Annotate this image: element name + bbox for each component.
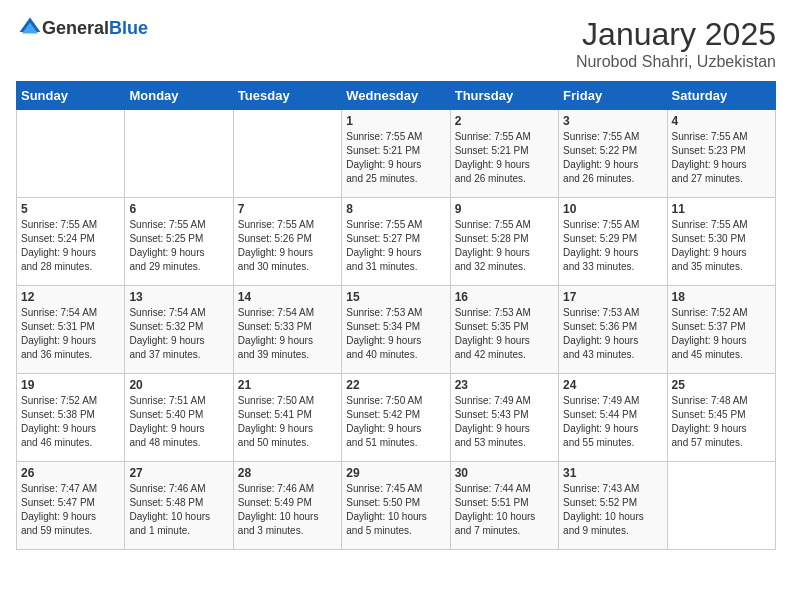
day-number: 19 (21, 378, 120, 392)
day-info: Sunrise: 7:55 AM Sunset: 5:21 PM Dayligh… (455, 130, 554, 186)
calendar-cell: 13Sunrise: 7:54 AM Sunset: 5:32 PM Dayli… (125, 286, 233, 374)
day-info: Sunrise: 7:55 AM Sunset: 5:25 PM Dayligh… (129, 218, 228, 274)
day-info: Sunrise: 7:54 AM Sunset: 5:33 PM Dayligh… (238, 306, 337, 362)
day-info: Sunrise: 7:55 AM Sunset: 5:29 PM Dayligh… (563, 218, 662, 274)
calendar-cell: 18Sunrise: 7:52 AM Sunset: 5:37 PM Dayli… (667, 286, 775, 374)
week-row-2: 12Sunrise: 7:54 AM Sunset: 5:31 PM Dayli… (17, 286, 776, 374)
day-info: Sunrise: 7:50 AM Sunset: 5:41 PM Dayligh… (238, 394, 337, 450)
header-sunday: Sunday (17, 82, 125, 110)
day-number: 28 (238, 466, 337, 480)
calendar-cell: 1Sunrise: 7:55 AM Sunset: 5:21 PM Daylig… (342, 110, 450, 198)
calendar-title: January 2025 (576, 16, 776, 53)
calendar-cell: 12Sunrise: 7:54 AM Sunset: 5:31 PM Dayli… (17, 286, 125, 374)
day-info: Sunrise: 7:55 AM Sunset: 5:27 PM Dayligh… (346, 218, 445, 274)
day-number: 13 (129, 290, 228, 304)
day-number: 16 (455, 290, 554, 304)
week-row-0: 1Sunrise: 7:55 AM Sunset: 5:21 PM Daylig… (17, 110, 776, 198)
day-info: Sunrise: 7:53 AM Sunset: 5:36 PM Dayligh… (563, 306, 662, 362)
calendar-cell: 10Sunrise: 7:55 AM Sunset: 5:29 PM Dayli… (559, 198, 667, 286)
calendar-subtitle: Nurobod Shahri, Uzbekistan (576, 53, 776, 71)
day-number: 14 (238, 290, 337, 304)
day-info: Sunrise: 7:43 AM Sunset: 5:52 PM Dayligh… (563, 482, 662, 538)
calendar-cell: 11Sunrise: 7:55 AM Sunset: 5:30 PM Dayli… (667, 198, 775, 286)
day-info: Sunrise: 7:47 AM Sunset: 5:47 PM Dayligh… (21, 482, 120, 538)
header-friday: Friday (559, 82, 667, 110)
day-number: 9 (455, 202, 554, 216)
calendar-cell: 19Sunrise: 7:52 AM Sunset: 5:38 PM Dayli… (17, 374, 125, 462)
day-number: 1 (346, 114, 445, 128)
calendar-cell: 21Sunrise: 7:50 AM Sunset: 5:41 PM Dayli… (233, 374, 341, 462)
day-info: Sunrise: 7:55 AM Sunset: 5:24 PM Dayligh… (21, 218, 120, 274)
calendar-cell: 27Sunrise: 7:46 AM Sunset: 5:48 PM Dayli… (125, 462, 233, 550)
day-number: 10 (563, 202, 662, 216)
calendar-cell: 14Sunrise: 7:54 AM Sunset: 5:33 PM Dayli… (233, 286, 341, 374)
day-info: Sunrise: 7:44 AM Sunset: 5:51 PM Dayligh… (455, 482, 554, 538)
day-info: Sunrise: 7:55 AM Sunset: 5:23 PM Dayligh… (672, 130, 771, 186)
day-number: 17 (563, 290, 662, 304)
day-number: 15 (346, 290, 445, 304)
day-info: Sunrise: 7:55 AM Sunset: 5:26 PM Dayligh… (238, 218, 337, 274)
header-tuesday: Tuesday (233, 82, 341, 110)
calendar-cell: 31Sunrise: 7:43 AM Sunset: 5:52 PM Dayli… (559, 462, 667, 550)
day-info: Sunrise: 7:55 AM Sunset: 5:22 PM Dayligh… (563, 130, 662, 186)
day-number: 29 (346, 466, 445, 480)
logo-text-blue: Blue (109, 18, 148, 38)
day-number: 8 (346, 202, 445, 216)
day-info: Sunrise: 7:54 AM Sunset: 5:31 PM Dayligh… (21, 306, 120, 362)
header-thursday: Thursday (450, 82, 558, 110)
calendar-cell: 2Sunrise: 7:55 AM Sunset: 5:21 PM Daylig… (450, 110, 558, 198)
title-block: January 2025 Nurobod Shahri, Uzbekistan (576, 16, 776, 71)
day-info: Sunrise: 7:46 AM Sunset: 5:48 PM Dayligh… (129, 482, 228, 538)
calendar-cell: 5Sunrise: 7:55 AM Sunset: 5:24 PM Daylig… (17, 198, 125, 286)
day-info: Sunrise: 7:50 AM Sunset: 5:42 PM Dayligh… (346, 394, 445, 450)
day-number: 11 (672, 202, 771, 216)
header-monday: Monday (125, 82, 233, 110)
calendar-cell (125, 110, 233, 198)
calendar-cell (17, 110, 125, 198)
calendar-cell: 28Sunrise: 7:46 AM Sunset: 5:49 PM Dayli… (233, 462, 341, 550)
day-number: 25 (672, 378, 771, 392)
logo-icon (18, 16, 42, 40)
day-number: 30 (455, 466, 554, 480)
day-info: Sunrise: 7:52 AM Sunset: 5:38 PM Dayligh… (21, 394, 120, 450)
day-info: Sunrise: 7:49 AM Sunset: 5:43 PM Dayligh… (455, 394, 554, 450)
day-info: Sunrise: 7:45 AM Sunset: 5:50 PM Dayligh… (346, 482, 445, 538)
day-number: 7 (238, 202, 337, 216)
day-number: 26 (21, 466, 120, 480)
day-info: Sunrise: 7:49 AM Sunset: 5:44 PM Dayligh… (563, 394, 662, 450)
day-info: Sunrise: 7:55 AM Sunset: 5:28 PM Dayligh… (455, 218, 554, 274)
day-info: Sunrise: 7:52 AM Sunset: 5:37 PM Dayligh… (672, 306, 771, 362)
calendar-cell: 17Sunrise: 7:53 AM Sunset: 5:36 PM Dayli… (559, 286, 667, 374)
day-number: 27 (129, 466, 228, 480)
day-number: 3 (563, 114, 662, 128)
day-info: Sunrise: 7:48 AM Sunset: 5:45 PM Dayligh… (672, 394, 771, 450)
day-number: 31 (563, 466, 662, 480)
calendar-cell: 20Sunrise: 7:51 AM Sunset: 5:40 PM Dayli… (125, 374, 233, 462)
calendar-cell: 4Sunrise: 7:55 AM Sunset: 5:23 PM Daylig… (667, 110, 775, 198)
day-number: 20 (129, 378, 228, 392)
calendar-cell: 29Sunrise: 7:45 AM Sunset: 5:50 PM Dayli… (342, 462, 450, 550)
week-row-1: 5Sunrise: 7:55 AM Sunset: 5:24 PM Daylig… (17, 198, 776, 286)
calendar-cell (233, 110, 341, 198)
day-info: Sunrise: 7:55 AM Sunset: 5:30 PM Dayligh… (672, 218, 771, 274)
week-row-4: 26Sunrise: 7:47 AM Sunset: 5:47 PM Dayli… (17, 462, 776, 550)
calendar-table: SundayMondayTuesdayWednesdayThursdayFrid… (16, 81, 776, 550)
day-number: 2 (455, 114, 554, 128)
day-info: Sunrise: 7:53 AM Sunset: 5:34 PM Dayligh… (346, 306, 445, 362)
day-number: 18 (672, 290, 771, 304)
calendar-cell: 9Sunrise: 7:55 AM Sunset: 5:28 PM Daylig… (450, 198, 558, 286)
calendar-cell: 24Sunrise: 7:49 AM Sunset: 5:44 PM Dayli… (559, 374, 667, 462)
calendar-cell: 22Sunrise: 7:50 AM Sunset: 5:42 PM Dayli… (342, 374, 450, 462)
day-number: 6 (129, 202, 228, 216)
calendar-header-row: SundayMondayTuesdayWednesdayThursdayFrid… (17, 82, 776, 110)
day-info: Sunrise: 7:51 AM Sunset: 5:40 PM Dayligh… (129, 394, 228, 450)
day-info: Sunrise: 7:46 AM Sunset: 5:49 PM Dayligh… (238, 482, 337, 538)
calendar-cell: 30Sunrise: 7:44 AM Sunset: 5:51 PM Dayli… (450, 462, 558, 550)
calendar-cell: 15Sunrise: 7:53 AM Sunset: 5:34 PM Dayli… (342, 286, 450, 374)
page-header: GeneralBlue January 2025 Nurobod Shahri,… (16, 16, 776, 71)
calendar-cell: 3Sunrise: 7:55 AM Sunset: 5:22 PM Daylig… (559, 110, 667, 198)
calendar-cell: 6Sunrise: 7:55 AM Sunset: 5:25 PM Daylig… (125, 198, 233, 286)
calendar-cell: 16Sunrise: 7:53 AM Sunset: 5:35 PM Dayli… (450, 286, 558, 374)
week-row-3: 19Sunrise: 7:52 AM Sunset: 5:38 PM Dayli… (17, 374, 776, 462)
day-info: Sunrise: 7:55 AM Sunset: 5:21 PM Dayligh… (346, 130, 445, 186)
